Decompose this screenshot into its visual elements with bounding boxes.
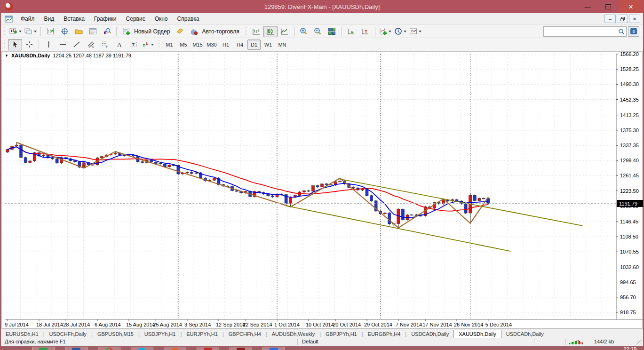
chart-tab-usdchfh-daily[interactable]: USDCHFh,Daily xyxy=(45,330,91,338)
line-chart-button[interactable] xyxy=(278,26,292,37)
tester-button[interactable] xyxy=(100,26,114,37)
search-input[interactable] xyxy=(544,27,618,36)
svg-text:1070.55: 1070.55 xyxy=(620,249,639,255)
word-icon[interactable]: w xyxy=(72,348,80,350)
toolbar-grip[interactable] xyxy=(4,27,6,36)
menu-2[interactable]: Вид xyxy=(40,14,59,24)
horizontal-line-button[interactable] xyxy=(56,39,70,50)
taskbar-slot[interactable]: ✱ xyxy=(197,347,219,350)
timeframe-m5-button[interactable]: M5 xyxy=(177,40,190,50)
text-button[interactable]: A xyxy=(112,39,126,50)
close-button[interactable]: ✕ xyxy=(619,0,643,13)
crosshair-button[interactable] xyxy=(22,39,36,50)
timeframe-w1-button[interactable]: W1 xyxy=(262,40,275,50)
data-window-button[interactable] xyxy=(57,26,72,37)
taskbar-slot[interactable]: w xyxy=(65,347,87,350)
store-icon[interactable]: ⌂ xyxy=(39,348,48,350)
chart-tab-eurusdh-h1[interactable]: EURUSDh,H1 xyxy=(1,330,43,338)
chart-tab-gbpchfh-h4[interactable]: GBPCHFh,H4 xyxy=(224,330,266,338)
search-box[interactable] xyxy=(543,26,627,37)
minimize-button[interactable]: — xyxy=(577,0,598,13)
taskbar-slot[interactable]: ▣ xyxy=(262,347,285,350)
chrome-icon[interactable] xyxy=(105,348,113,350)
timeframe-m1-button[interactable]: M1 xyxy=(163,40,176,50)
mdi-close-button[interactable]: ✕ xyxy=(629,15,640,23)
chart-tab-usdcadh-daily[interactable]: USDCADh,Daily xyxy=(501,330,549,338)
notifications-button[interactable]: 5 xyxy=(628,26,639,37)
menu-5[interactable]: Сервис xyxy=(121,14,150,24)
timeframe-m15-button[interactable]: M15 xyxy=(191,40,204,50)
toolbar-grip[interactable] xyxy=(4,40,6,49)
mdi-restore-button[interactable] xyxy=(617,15,628,23)
timeframe-m30-button[interactable]: M30 xyxy=(205,40,218,50)
dropdown-arrow-icon xyxy=(19,31,22,32)
navigator-button[interactable] xyxy=(72,26,86,37)
toolbar-grip[interactable] xyxy=(158,40,160,49)
autotrade-button[interactable] xyxy=(187,26,201,37)
indicators-button[interactable] xyxy=(378,26,393,37)
chart-area[interactable]: 1566.201528.251490.301452.351413.251375.… xyxy=(1,51,643,329)
bar-chart-button[interactable] xyxy=(249,26,263,37)
label-button[interactable]: T xyxy=(126,39,140,50)
periods-button[interactable] xyxy=(393,26,408,37)
new-order-label[interactable]: Новый Ордер xyxy=(134,28,170,35)
maximize-button[interactable] xyxy=(598,0,619,13)
arrows-button[interactable] xyxy=(140,39,155,50)
candlestick-button[interactable] xyxy=(263,26,278,37)
photos-icon[interactable]: ▣ xyxy=(270,348,278,350)
zoom-in-button[interactable] xyxy=(297,26,311,37)
browser-icon[interactable]: ◔ xyxy=(171,348,179,350)
taskbar-slot[interactable] xyxy=(98,347,120,350)
menu-3[interactable]: Вставка xyxy=(59,14,89,24)
templates-button[interactable] xyxy=(408,26,423,37)
timeframe-d1-button[interactable]: D1 xyxy=(247,40,261,50)
chart-tab-xauusdh-daily[interactable]: XAUUSDh,Daily xyxy=(453,330,501,338)
chart-tab-audusdh-weekly[interactable]: AUDUSDh,Weekly xyxy=(267,330,320,338)
trendline-button[interactable] xyxy=(70,39,84,50)
terminal-button[interactable] xyxy=(86,26,100,37)
resize-grip[interactable] xyxy=(636,340,642,345)
market-watch-button[interactable] xyxy=(43,26,57,37)
timeframe-h4-button[interactable]: H4 xyxy=(233,40,246,50)
channel-button[interactable]: E xyxy=(84,39,98,50)
chart-tab-gbpjpyh-h1[interactable]: GBPJPYh,H1 xyxy=(321,330,362,338)
autotrade-label[interactable]: Авто-торговля xyxy=(202,28,239,35)
navigator-icon xyxy=(75,27,83,35)
mt4-icon[interactable]: fx xyxy=(237,348,245,350)
cursor-button[interactable] xyxy=(8,39,22,50)
taskbar-slot[interactable]: fx xyxy=(230,347,252,350)
autoscroll-button[interactable] xyxy=(344,26,358,37)
taskbar-slot[interactable]: S xyxy=(131,347,153,350)
taskbar-slot[interactable]: ⌂ xyxy=(32,347,55,350)
menu-6[interactable]: Окно xyxy=(150,14,173,24)
ticket-button[interactable] xyxy=(173,26,187,37)
toolbar-grip[interactable] xyxy=(245,27,247,36)
price-chart[interactable]: 1566.201528.251490.301452.351413.251375.… xyxy=(1,51,643,329)
chevron-down-icon[interactable]: ▼ xyxy=(5,54,8,58)
timeframe-mn-button[interactable]: MN xyxy=(276,40,289,50)
new-order-button[interactable] xyxy=(119,26,133,37)
taskbar-slot[interactable]: ◔ xyxy=(164,347,186,350)
chart-tab-usdcadh-daily[interactable]: USDCADh,Daily xyxy=(406,330,453,338)
vertical-line-button[interactable] xyxy=(41,39,56,50)
mdi-minimize-button[interactable]: – xyxy=(604,15,616,23)
chart-tab-usdjpyh-h1[interactable]: USDJPYh,H1 xyxy=(140,330,181,338)
chart-tab-gbpusdh-m15[interactable]: GBPUSDh,M15 xyxy=(93,330,138,338)
menu-1[interactable]: Файл xyxy=(16,14,40,24)
chart-tab-eurgbph-h4[interactable]: EURGBPh,H4 xyxy=(363,330,405,338)
menu-7[interactable]: Справка xyxy=(173,14,204,24)
chart-tab-eurjpyh-h1[interactable]: EURJPYh,H1 xyxy=(182,330,223,338)
menu-4[interactable]: Графики xyxy=(89,14,121,24)
profiles-button[interactable] xyxy=(23,26,38,37)
chart-shift-button[interactable] xyxy=(358,26,373,37)
fibonacci-button[interactable]: F xyxy=(98,39,112,50)
zoom-out-button[interactable] xyxy=(311,26,325,37)
svg-text:18 Jul 2014: 18 Jul 2014 xyxy=(36,322,63,327)
timeframe-h1-button[interactable]: H1 xyxy=(219,40,232,50)
new-chart-button[interactable] xyxy=(8,26,23,37)
settings-icon[interactable]: ✱ xyxy=(204,348,212,350)
status-profile[interactable]: Default xyxy=(302,339,318,344)
skype-icon[interactable]: S xyxy=(138,348,146,350)
tile-windows-button[interactable] xyxy=(325,26,339,37)
search-icon[interactable] xyxy=(618,28,625,35)
